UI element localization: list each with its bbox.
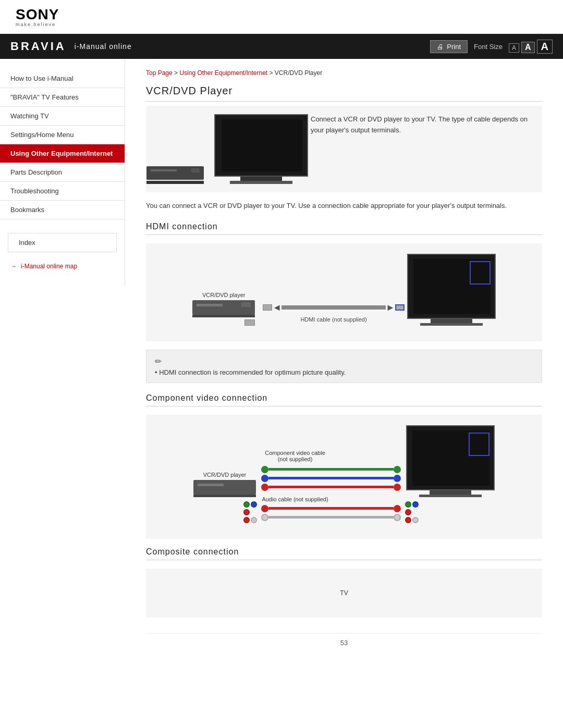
sony-logo: SONY make.believe (16, 6, 547, 27)
composite-tv-label: TV (340, 589, 348, 597)
component-diagram-area: TV VCR/DVD player (146, 415, 542, 539)
breadcrumb-sep2: > (270, 69, 275, 77)
font-size-controls: A A A (509, 40, 553, 54)
component-cables: Component video cable (not supplied) (261, 450, 401, 523)
tv-unit-hdmi (407, 254, 496, 326)
font-size-medium-button[interactable]: A (521, 42, 535, 53)
sidebar-map-link[interactable]: → i-Manual online map (0, 257, 125, 275)
nav-bar-title: i-Manual online (75, 42, 132, 51)
hdmi-section-title: HDMI connection (146, 222, 542, 235)
font-size-label: Font Size (474, 43, 503, 51)
composite-section-title: Composite connection (146, 547, 542, 560)
intro-text: Connect a VCR or DVD player to your TV. … (311, 114, 534, 136)
component-section-title: Component video connection (146, 393, 542, 406)
sidebar-item-parts[interactable]: Parts Description (0, 163, 125, 182)
hdmi-note-box: ✏ • HDMI connection is recommended for o… (146, 350, 542, 383)
breadcrumb: Top Page > Using Other Equipment/Interne… (146, 69, 542, 77)
vcr-unit-component: VCR/DVD player (193, 472, 256, 523)
composite-diagram-area: TV (146, 569, 542, 618)
nav-bar-left: BRAVIA i-Manual online (10, 40, 132, 53)
page-number: 53 (146, 633, 542, 647)
intro-diagram (154, 114, 300, 184)
sidebar-item-bookmarks[interactable]: Bookmarks (0, 201, 125, 219)
arrow-icon: → (10, 263, 17, 270)
print-button[interactable]: 🖨 Print (430, 40, 468, 53)
vcr-unit-hdmi: VCR/DVD player (192, 292, 255, 326)
note-icon: ✏ (155, 356, 533, 366)
breadcrumb-sep1: > (174, 69, 179, 77)
font-size-small-button[interactable]: A (509, 43, 519, 53)
sidebar-item-settings[interactable]: Settings/Home Menu (0, 126, 125, 144)
font-size-large-button[interactable]: A (537, 40, 553, 54)
breadcrumb-top-page[interactable]: Top Page (146, 69, 173, 77)
sidebar-item-bravia-features[interactable]: "BRAVIA" TV Features (0, 88, 125, 107)
sidebar-item-using-other[interactable]: Using Other Equipment/Internet (0, 144, 125, 163)
main-layout: How to Use i-Manual "BRAVIA" TV Features… (0, 59, 563, 657)
tv-unit-component (406, 425, 495, 523)
breadcrumb-using-other[interactable]: Using Other Equipment/Internet (179, 69, 267, 77)
nav-bar: BRAVIA i-Manual online 🖨 Print Font Size… (0, 34, 563, 59)
top-header: SONY make.believe (0, 0, 563, 34)
print-icon: 🖨 (437, 43, 444, 51)
breadcrumb-current: VCR/DVD Player (275, 69, 322, 77)
vcr-device-intro (146, 166, 204, 184)
sidebar-item-how-to-use[interactable]: How to Use i-Manual (0, 69, 125, 88)
sidebar: How to Use i-Manual "BRAVIA" TV Features… (0, 59, 125, 286)
sidebar-index[interactable]: Index (8, 233, 117, 252)
intro-section: Connect a VCR or DVD player to your TV. … (146, 106, 542, 192)
sidebar-item-watching-tv[interactable]: Watching TV (0, 107, 125, 126)
sidebar-item-troubleshooting[interactable]: Troubleshooting (0, 182, 125, 201)
nav-bar-right: 🖨 Print Font Size A A A (430, 40, 553, 54)
content-area: Top Page > Using Other Equipment/Interne… (125, 59, 563, 657)
page-title: VCR/DVD Player (146, 85, 542, 102)
hdmi-diagram-area: TV VCR/DVD player (146, 243, 542, 341)
tv-unit-intro (214, 114, 308, 184)
para-text: You can connect a VCR or DVD player to y… (146, 201, 542, 212)
bravia-logo: BRAVIA (10, 40, 66, 53)
hdmi-cable-section: ◄ ► HDMI cable (not supplied) (263, 302, 405, 326)
